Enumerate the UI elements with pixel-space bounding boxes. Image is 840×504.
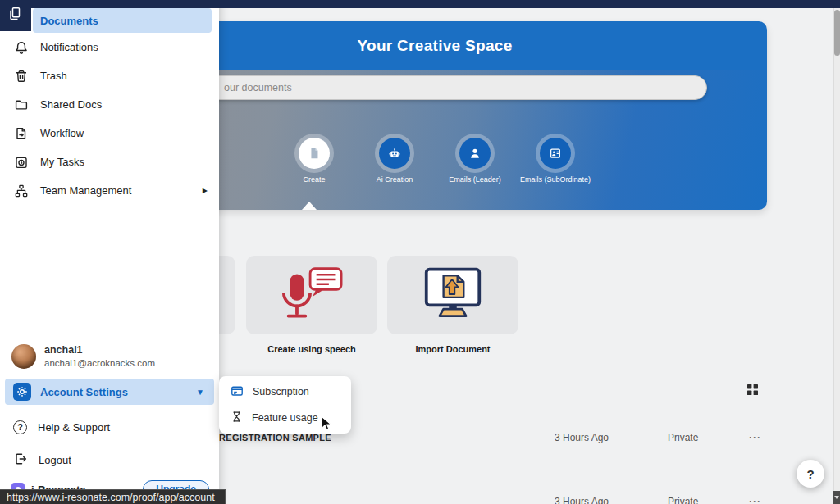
card-label: Create using speech [246, 344, 377, 354]
sidebar-item-documents[interactable]: Documents [33, 8, 212, 33]
sidebar-item-workflow[interactable]: Workflow [0, 119, 219, 148]
help-fab-button[interactable]: ? [797, 460, 824, 488]
scrollbar-track[interactable] [833, 0, 840, 504]
documents-nav-tile[interactable] [0, 0, 31, 31]
hourglass-icon [231, 411, 243, 425]
sidebar: Documents Notifications Trash Shared Doc… [0, 0, 219, 504]
create-file-icon [299, 138, 330, 169]
tasks-clock-icon [13, 155, 30, 170]
avatar [11, 344, 36, 369]
sidebar-item-label: Trash [40, 70, 67, 82]
app-window: Your Creative Space Create Ai Creation [0, 0, 840, 504]
scrollbar-thumb[interactable] [834, 10, 840, 56]
subscription-card-icon [231, 384, 244, 400]
scroll-down-arrow-icon[interactable] [833, 491, 840, 504]
sidebar-item-team-management[interactable]: Team Management ▶ [0, 176, 219, 205]
org-chart-icon [13, 184, 30, 198]
menu-item-feature-usage[interactable]: Feature usage [219, 405, 351, 431]
user-profile[interactable]: anchal1 anchal1@acroknacks.com [11, 344, 212, 369]
sidebar-item-notifications[interactable]: Notifications [0, 33, 219, 61]
workflow-icon [13, 126, 30, 141]
create-using-speech-card[interactable]: Create using speech [246, 256, 377, 354]
documents-icon [7, 6, 24, 25]
sidebar-item-trash[interactable]: Trash [0, 61, 219, 90]
user-name: anchal1 [44, 344, 155, 357]
sidebar-item-logout[interactable]: Logout [0, 446, 219, 474]
sidebar-item-label: Help & Support [38, 421, 110, 434]
sidebar-item-my-tasks[interactable]: My Tasks [0, 148, 219, 176]
sidebar-item-shared-docs[interactable]: Shared Docs [0, 90, 219, 119]
menu-item-label: Subscription [253, 386, 309, 397]
account-settings-menu: Subscription Feature usage [219, 376, 351, 434]
bell-icon [13, 40, 30, 55]
more-options-icon[interactable]: ⋯ [742, 430, 767, 445]
sidebar-item-help-support[interactable]: ? Help & Support [0, 413, 219, 441]
sidebar-item-label: Shared Docs [40, 98, 102, 111]
import-document-card[interactable]: Import Document [387, 256, 518, 354]
menu-item-subscription[interactable]: Subscription [219, 379, 351, 405]
microphone-speech-icon [246, 256, 377, 334]
shared-docs-icon [13, 98, 30, 112]
sidebar-item-label: Workflow [40, 127, 84, 139]
create-action-button[interactable]: Create [278, 138, 350, 184]
gear-icon [13, 383, 31, 401]
chevron-down-icon: ▼ [196, 388, 204, 397]
sidebar-item-label: Notifications [40, 41, 98, 53]
sidebar-item-account-settings[interactable]: Account Settings ▼ [5, 379, 214, 405]
user-email: anchal1@acroknacks.com [44, 357, 155, 369]
emails-leader-action-button[interactable]: Emails (Leader) [439, 138, 511, 184]
sidebar-item-label: My Tasks [40, 156, 84, 168]
emails-subordinate-action-button[interactable]: Emails (SubOrdinate) [519, 138, 591, 184]
chevron-right-icon: ▶ [203, 187, 208, 194]
question-circle-icon: ? [13, 420, 27, 434]
document-modified: 3 Hours Ago [550, 496, 664, 504]
menu-item-label: Feature usage [252, 412, 318, 424]
document-visibility: Private [664, 432, 742, 443]
grid-view-button[interactable] [746, 384, 759, 399]
document-visibility: Private [664, 496, 742, 504]
browser-status-url: https://www.i-resonate.com/proof/app/acc… [0, 489, 226, 504]
sidebar-item-label: Team Management [40, 184, 131, 197]
card-label: Import Document [387, 344, 518, 354]
logout-icon [13, 452, 28, 469]
sidebar-item-label: Documents [40, 15, 98, 27]
page-title: Your Creative Space [357, 37, 512, 55]
sidebar-item-label: Account Settings [40, 386, 128, 398]
person-icon [459, 138, 491, 169]
more-options-icon[interactable]: ⋯ [742, 494, 767, 504]
top-navy-strip [0, 0, 840, 8]
document-modified: 3 Hours Ago [550, 432, 664, 443]
trash-icon [13, 69, 30, 84]
person-badge-icon [540, 138, 571, 169]
robot-icon [379, 138, 410, 169]
document-name: REGISTRATION SAMPLE [219, 433, 550, 443]
import-monitor-icon [387, 256, 518, 334]
selected-action-notch [302, 202, 317, 210]
ai-creation-action-button[interactable]: Ai Creation [358, 138, 431, 184]
sidebar-item-label: Logout [39, 454, 71, 466]
